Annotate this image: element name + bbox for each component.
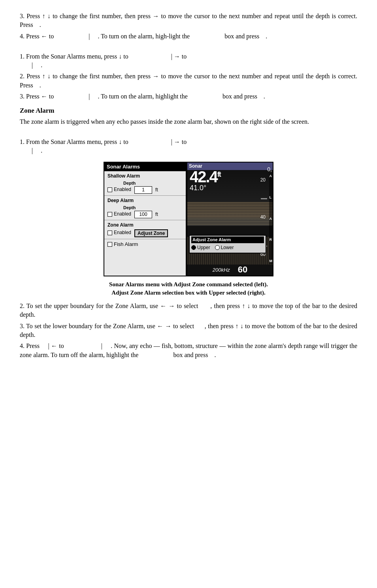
zone-p1-text: 1. From the Sonar Alarms menu, press ↓ t… xyxy=(20,138,187,145)
fish-alarm-row: Fish Alarm xyxy=(104,239,186,250)
deep-ft-label: ft xyxy=(155,211,158,218)
zone-paragraph-1: 1. From the Sonar Alarms menu, press ↓ t… xyxy=(20,138,357,155)
shallow-ft-label: ft xyxy=(155,187,158,193)
deep-enabled-checkbox[interactable] xyxy=(107,212,112,217)
upper-option-label: Upper xyxy=(197,244,210,251)
p3-text: 1. From the Sonar Alarms menu, press ↓ t… xyxy=(20,53,187,60)
sonar-bottom-bar: 200kHz 60 xyxy=(187,265,273,276)
shallow-enabled-checkbox[interactable] xyxy=(107,187,112,192)
zone-enabled-checkbox[interactable] xyxy=(107,231,112,235)
p2-text: 4. Press ← to | . To turn on the alarm, … xyxy=(20,33,267,40)
zone-checkbox-row: Enabled xyxy=(107,229,131,236)
p1-text: 3. Press ↑ ↓ to change the first number,… xyxy=(20,13,357,28)
fish-alarm-checkbox[interactable] xyxy=(107,242,112,247)
zone-upper-bar xyxy=(261,198,267,199)
zone-alarm-desc: The zone alarm is triggered when any ech… xyxy=(20,117,357,126)
sonar-right-numbers: 0, xyxy=(267,166,272,174)
fish-alarm-label: Fish Alarm xyxy=(114,241,138,248)
sonar-ft-unit: ft xyxy=(217,170,221,178)
sonar-zoom: 60 xyxy=(238,264,247,276)
upper-radio[interactable] xyxy=(191,245,196,250)
zone-paragraph-3: 3. To set the lower boundary for the Zon… xyxy=(20,322,357,340)
shallow-alarm-row: Enabled 1 ft xyxy=(107,186,183,194)
lower-option: Lower xyxy=(215,244,234,251)
paragraph-2: 4. Press ← to | . To turn on the alarm, … xyxy=(20,32,357,41)
deep-depth-input[interactable]: 100 xyxy=(134,211,152,218)
lower-radio[interactable] xyxy=(215,245,220,250)
deep-enabled-label: Enabled xyxy=(114,211,131,217)
shallow-alarm-label: Shallow Alarm xyxy=(107,173,183,180)
figure-caption: Sonar Alarms menu with Adjust Zone comma… xyxy=(20,280,357,297)
shallow-depth-input[interactable]: 1 xyxy=(134,186,152,194)
deep-alarm-label: Deep Alarm xyxy=(107,197,183,204)
page-content: 3. Press ↑ ↓ to change the first number,… xyxy=(20,12,357,359)
p5-text2: the box and press . xyxy=(180,93,265,100)
shallow-depth-label: Depth xyxy=(123,180,183,186)
alarm-bar-letters: A L A R M xyxy=(269,174,273,264)
zone-p1-indent: | . xyxy=(32,146,357,155)
adjust-zone-title: Adjust Zone Alarm xyxy=(191,236,264,243)
caption-line2: Adjust Zone Alarm selection box with Upp… xyxy=(20,289,357,297)
zone-paragraph-4: 4. Press | ← to | . Now, any echo — fish… xyxy=(20,342,357,359)
adjust-zone-options: Upper Lower xyxy=(191,244,264,251)
shallow-alarm-section: Shallow Alarm Depth Enabled 1 ft xyxy=(104,171,186,196)
sonar-sub-number: 41.0° xyxy=(190,183,206,193)
p3-indent: | . xyxy=(32,61,357,70)
zone-p4-text: 4. Press | ← to | . Now, any echo — fish… xyxy=(20,342,357,358)
p4-text: 2. Press ↑ ↓ to change the first number,… xyxy=(20,73,357,88)
zone-alarm-section-label: Zone Alarm xyxy=(107,222,183,229)
caption-line1: Sonar Alarms menu with Adjust Zone comma… xyxy=(20,280,357,289)
shallow-checkbox-row: Enabled xyxy=(107,186,131,193)
adjust-zone-button[interactable]: Adjust Zone xyxy=(134,229,168,237)
sonar-alarms-panel: Sonar Alarms Shallow Alarm Depth Enabled… xyxy=(104,162,187,276)
deep-depth-label: Depth xyxy=(123,205,183,211)
sonar-frequency: 200kHz xyxy=(213,267,230,274)
sonar-display: Sonar 42.4ft 41.0° 0, 20 Adjust Zone Ala… xyxy=(187,162,273,276)
upper-option: Upper xyxy=(191,244,210,251)
zone-p2-text: 2. To set the upper boundary for the Zon… xyxy=(20,303,357,318)
zone-enabled-label: Enabled xyxy=(114,229,131,236)
paragraph-5: 3. Press ← to | . To turn on the alarm, … xyxy=(20,92,357,101)
paragraph-1: 3. Press ↑ ↓ to change the first number,… xyxy=(20,12,357,30)
paragraph-3: 1. From the Sonar Alarms menu, press ↓ t… xyxy=(20,52,357,70)
deep-checkbox-row: Enabled xyxy=(107,211,131,217)
figure-area: Sonar Alarms Shallow Alarm Depth Enabled… xyxy=(20,162,357,276)
zone-p3-text: 3. To set the lower boundary for the Zon… xyxy=(20,323,357,338)
deep-alarm-section: Deep Alarm Depth Enabled 100 ft xyxy=(104,196,186,220)
zone-paragraph-2: 2. To set the upper boundary for the Zon… xyxy=(20,302,357,320)
zone-alarm-heading: Zone Alarm xyxy=(20,106,357,115)
zone-alarm-section: Zone Alarm Enabled Adjust Zone xyxy=(104,220,186,239)
adjust-zone-overlay: Adjust Zone Alarm Upper Lower xyxy=(189,235,266,253)
lower-option-label: Lower xyxy=(221,244,234,251)
shallow-enabled-label: Enabled xyxy=(114,186,131,193)
depth-marker-20: 20 xyxy=(260,177,266,183)
deep-alarm-row: Enabled 100 ft xyxy=(107,211,183,218)
paragraph-4: 2. Press ↑ ↓ to change the first number,… xyxy=(20,72,357,90)
p5-text: 3. Press ← to | . To turn on the alarm, … xyxy=(20,93,178,100)
zone-alarm-row: Enabled Adjust Zone xyxy=(107,229,183,237)
sonar-alarms-title: Sonar Alarms xyxy=(104,163,186,171)
depth-marker-40: 40 xyxy=(260,214,266,221)
